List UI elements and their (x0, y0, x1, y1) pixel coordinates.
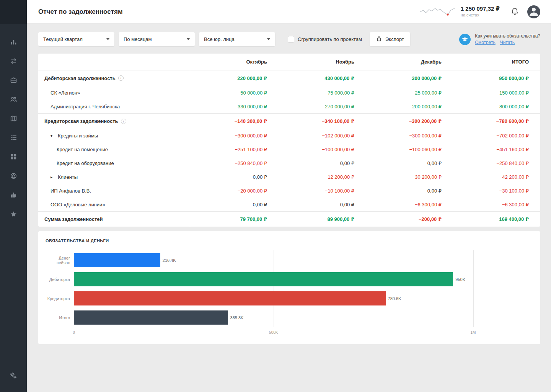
balance-widget[interactable]: 1 250 097,32 ₽ на счетах (419, 5, 500, 18)
table-cell-value: −10 100,00 ₽ (267, 184, 354, 198)
row-label-cell: Кредит на оборудование (38, 156, 190, 170)
bar-category-label: Кредиторка (46, 296, 74, 301)
table-cell-value: 75 000,00 ₽ (267, 86, 354, 100)
table-cell-value: −200,00 ₽ (354, 212, 442, 227)
table-row: ▸Клиенты0,00 ₽−12 200,00 ₽−30 200,00 ₽−4… (38, 170, 540, 184)
row-label: Клиенты (58, 174, 78, 180)
table-row: СК «Легион»50 000,00 ₽75 000,00 ₽25 000,… (38, 86, 540, 100)
period-select[interactable]: Текущий квартал (38, 32, 114, 46)
entity-select-value: Все юр. лица (204, 36, 235, 42)
chevron-down-icon (187, 38, 190, 40)
table-cell-value: 0,00 ₽ (190, 198, 267, 211)
row-label-cell: Кредит на помещение (38, 142, 190, 156)
help-question: Как учитывать обязательства? (475, 33, 540, 39)
grouping-select[interactable]: По месяцам (119, 32, 195, 46)
collapse-arrow-icon[interactable]: ▾ (51, 134, 55, 138)
help-texts: Как учитывать обязательства? Смотреть Чи… (475, 33, 540, 46)
table-cell-value: 0,00 ₽ (190, 170, 267, 184)
row-label: Кредит на помещение (57, 147, 108, 152)
bar-value-label: 385.8K (230, 315, 244, 320)
sidebar-item-list[interactable] (0, 128, 27, 147)
group-by-projects-checkbox[interactable] (288, 36, 294, 42)
table-cell-value: −451 160,00 ₽ (442, 142, 529, 156)
info-icon[interactable]: i (121, 119, 126, 124)
topbar: Отчет по задолженностям 1 250 097,32 ₽ н… (27, 0, 551, 24)
transfers-icon (10, 57, 17, 65)
sidebar-item-thumbs-up[interactable] (0, 185, 27, 204)
row-label: Кредиты и займы (58, 133, 98, 139)
sidebar-item-grid[interactable] (0, 147, 27, 166)
info-icon[interactable]: i (118, 75, 124, 81)
chevron-down-icon (267, 38, 270, 40)
filter-bar: Текущий квартал По месяцам Все юр. лица … (38, 32, 540, 46)
sidebar-item-ball[interactable] (0, 166, 27, 185)
export-button[interactable]: Экспорт (370, 32, 410, 46)
table-row: Кредит на помещение−251 100,00 ₽−100 000… (38, 142, 540, 156)
balance-text: 1 250 097,32 ₽ на счетах (461, 5, 500, 18)
row-label: ИП Анфалов В.В. (51, 188, 91, 194)
table-cell-value: −6 300,00 ₽ (442, 198, 529, 211)
help-link-watch[interactable]: Смотреть (475, 39, 496, 46)
table-cell-value: 0,00 ₽ (354, 156, 442, 170)
group-by-projects-toggle[interactable]: Сгруппировать по проектам (288, 36, 362, 42)
chart-bar: 216.4K (74, 253, 160, 267)
settings-icon (10, 372, 17, 379)
help-block: Как учитывать обязательства? Смотреть Чи… (459, 33, 540, 46)
row-label-cell: Администрация г. Челябинска (38, 100, 190, 113)
table-cell-value: 300 000,00 ₽ (354, 70, 442, 86)
topbar-right: 1 250 097,32 ₽ на счетах (419, 5, 540, 18)
period-select-value: Текущий квартал (43, 36, 83, 42)
table-cell-value: 89 900,00 ₽ (267, 212, 354, 227)
row-label-cell: ▸Клиенты (38, 170, 190, 184)
sidebar-item-settings[interactable] (0, 366, 27, 385)
sidebar-item-briefcase[interactable] (0, 70, 27, 90)
bar-value-label: 780.6K (388, 296, 401, 301)
table-row: Кредит на оборудование−250 840,00 ₽0,00 … (38, 156, 540, 170)
table-cell-value: 50 000,00 ₽ (190, 86, 267, 100)
table-cell-value: −340 100,00 ₽ (267, 114, 354, 129)
chart-bar-row: Денег сейчас216.4K (46, 253, 533, 267)
notifications-button[interactable] (508, 5, 521, 18)
logo-block[interactable] (0, 0, 27, 24)
sidebar-item-star[interactable] (0, 204, 27, 224)
sidebar-item-bar-chart[interactable] (0, 32, 27, 51)
table-cell-value: −100 060,00 ₽ (354, 142, 442, 156)
user-avatar[interactable] (527, 5, 540, 18)
graduation-cap-icon[interactable] (459, 34, 471, 45)
chart-card: ОБЯЗАТЕЛЬСТВА И ДЕНЬГИ Денег сейчас216.4… (38, 231, 540, 344)
main-content: Текущий квартал По месяцам Все юр. лица … (0, 0, 551, 352)
bar-track: 950K (74, 272, 533, 286)
table-cell-value: 0,00 ₽ (354, 184, 442, 198)
bar-track: 385.8K (74, 310, 533, 325)
export-icon (376, 36, 382, 43)
bar-category-label: Итого (46, 315, 74, 320)
table-cell-value: 0,00 ₽ (267, 156, 354, 170)
row-label-cell: ИП Анфалов В.В. (38, 184, 190, 198)
row-label: Кредиторская задолженность (44, 118, 118, 124)
expand-arrow-icon[interactable]: ▸ (51, 175, 55, 179)
balance-amount: 1 250 097,32 ₽ (461, 5, 500, 13)
row-label-cell: ▾Кредиты и займы (38, 129, 190, 142)
sidebar-item-map[interactable] (0, 109, 27, 128)
chart-bar-row: Кредиторка780.6K (46, 291, 533, 305)
table-cell-value: −102 000,00 ₽ (267, 129, 354, 142)
help-link-read[interactable]: Читать (500, 39, 515, 46)
bell-icon (511, 7, 519, 16)
row-label-cell: Сумма задолженностей (38, 212, 190, 227)
table-cell-value: 169 400,00 ₽ (442, 212, 529, 227)
table-cell-value: 200 000,00 ₽ (354, 100, 442, 113)
table-cell-value: −702 000,00 ₽ (442, 129, 529, 142)
chart-x-axis: 0500K1M (74, 330, 533, 336)
bar-value-label: 216.4K (163, 258, 176, 263)
bar-category-label: Денег сейчас (46, 256, 74, 265)
entity-select[interactable]: Все юр. лица (199, 32, 275, 46)
grouping-select-value: По месяцам (124, 36, 152, 42)
column-header: Октябрь (190, 54, 267, 70)
sidebar-item-users[interactable] (0, 90, 27, 109)
row-label: Сумма задолженностей (44, 216, 103, 222)
sidebar-item-transfers[interactable] (0, 51, 27, 70)
table-cell-value: −140 300,00 ₽ (190, 114, 267, 129)
page-title: Отчет по задолженностям (38, 8, 123, 16)
balance-sparkline-icon (419, 5, 456, 18)
thumbs-up-icon (10, 191, 17, 199)
